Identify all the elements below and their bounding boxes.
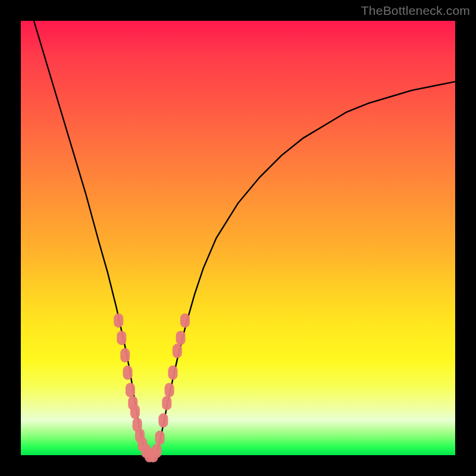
- dot-marker: [173, 344, 182, 358]
- dot-marker: [162, 396, 171, 410]
- dot-marker: [180, 314, 190, 328]
- chart-svg: [21, 21, 455, 455]
- bottleneck-curve: [34, 21, 455, 455]
- dot-marker: [130, 405, 140, 419]
- dot-marker: [165, 383, 174, 397]
- dot-marker: [176, 331, 186, 345]
- dot-marker: [158, 414, 168, 428]
- dot-marker: [168, 365, 178, 380]
- dot-marker: [114, 314, 123, 328]
- dot-marker: [117, 331, 126, 345]
- highlighted-range-dots: [114, 314, 190, 462]
- dot-marker: [152, 444, 161, 458]
- dot-marker: [120, 348, 130, 362]
- dot-marker: [155, 431, 165, 445]
- dot-marker: [126, 383, 135, 397]
- chart-frame: TheBottleneck.com: [0, 0, 476, 476]
- dot-marker: [123, 365, 133, 380]
- watermark-text: TheBottleneck.com: [361, 4, 470, 18]
